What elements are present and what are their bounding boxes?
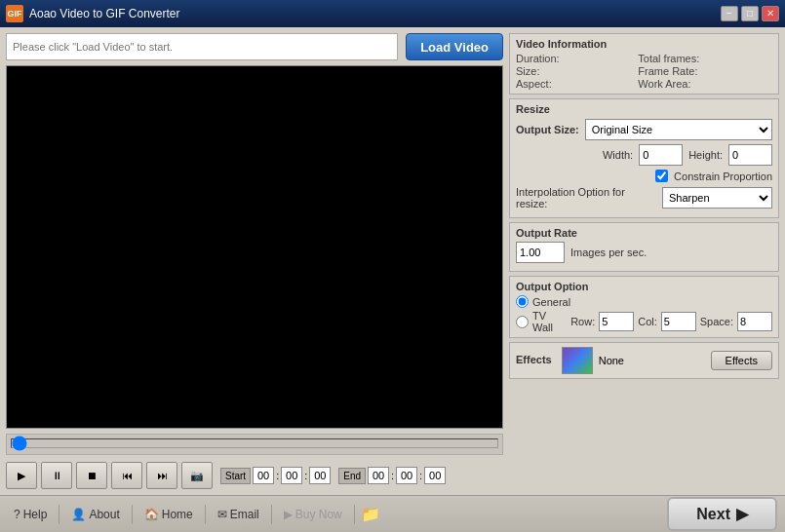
help-icon: ? — [14, 508, 20, 521]
buy-label: Buy Now — [295, 508, 342, 521]
minimize-button[interactable]: − — [721, 6, 738, 21]
start-time-section: Start : : — [220, 467, 331, 484]
tv-wall-radio[interactable] — [516, 316, 529, 328]
resize-title: Resize — [516, 103, 772, 115]
tv-wall-row: TV Wall Row: Col: Space: — [516, 310, 772, 333]
main-container: Load Video ▶ ⏸ ⏹ ⏮ ⏭ 📷 Start : : — [0, 27, 785, 495]
effects-button[interactable]: Effects — [711, 351, 772, 370]
rate-row: Images per sec. — [516, 242, 772, 263]
controls-row: ▶ ⏸ ⏹ ⏮ ⏭ 📷 Start : : End : : — [6, 462, 503, 489]
constrain-row: Constrain Proportion — [516, 170, 772, 182]
total-frames-value — [739, 53, 772, 64]
seek-bar[interactable] — [11, 438, 498, 448]
sep1 — [59, 505, 59, 524]
folder-button[interactable]: 📁 — [361, 505, 380, 523]
col-label: Col: — [638, 316, 657, 327]
output-option-title: Output Option — [516, 281, 772, 292]
app-icon: GIF — [6, 5, 23, 22]
frame-rate-value — [739, 65, 772, 77]
home-item[interactable]: 🏠 Home — [138, 508, 199, 521]
constrain-checkbox[interactable] — [655, 170, 668, 182]
sep3 — [205, 505, 206, 524]
capture-button[interactable]: 📷 — [181, 462, 213, 489]
seek-bar-container — [6, 434, 503, 455]
about-label: About — [89, 508, 119, 521]
home-label: Home — [162, 508, 193, 521]
output-option-group: Output Option General TV Wall Row: Col: … — [509, 276, 779, 338]
start-label: Start — [220, 468, 251, 484]
duration-value — [599, 53, 632, 64]
next-button[interactable]: ⏭ — [146, 462, 177, 489]
video-preview — [6, 65, 503, 429]
general-radio[interactable] — [516, 295, 529, 308]
load-video-button[interactable]: Load Video — [406, 33, 503, 60]
sep2 — [132, 505, 133, 524]
output-size-select[interactable]: Original Size 320x240 640x480 800x600 — [585, 119, 772, 140]
sep5 — [354, 505, 355, 524]
interpolation-select[interactable]: Sharpen Bilinear Bicubic Nearest Neighbo… — [662, 187, 772, 209]
dimensions-row: Width: Height: — [516, 144, 772, 166]
app-title: Aoao Video to GIF Converter — [29, 7, 721, 20]
width-input[interactable] — [639, 144, 683, 166]
end-time-section: End : : — [338, 467, 446, 484]
next-button[interactable]: Next ▶ — [667, 497, 777, 531]
start-ss[interactable] — [309, 467, 331, 484]
about-item[interactable]: 👤 About — [65, 508, 125, 521]
start-hh[interactable] — [253, 467, 274, 484]
rate-label: Images per sec. — [570, 247, 647, 258]
output-size-row: Output Size: Original Size 320x240 640x4… — [516, 119, 772, 140]
email-label: Email — [230, 508, 259, 521]
window-controls: − □ ✕ — [721, 6, 779, 21]
close-button[interactable]: ✕ — [762, 6, 779, 21]
start-mm[interactable] — [281, 467, 302, 484]
next-arrow-icon: ▶ — [736, 505, 748, 523]
play-button[interactable]: ▶ — [6, 462, 37, 489]
email-item[interactable]: ✉ Email — [212, 508, 265, 521]
space-input[interactable] — [737, 312, 772, 331]
duration-label: Duration: — [516, 53, 593, 64]
output-size-label: Output Size: — [516, 124, 579, 135]
maximize-button[interactable]: □ — [741, 6, 759, 21]
buy-item[interactable]: ▶ Buy Now — [278, 508, 348, 521]
help-item[interactable]: ? Help — [8, 508, 53, 521]
pause-button[interactable]: ⏸ — [41, 462, 72, 489]
video-info-title: Video Information — [516, 38, 772, 50]
email-icon: ✉ — [217, 508, 227, 521]
work-area-value — [739, 78, 772, 90]
rate-input[interactable] — [516, 242, 565, 263]
general-label: General — [532, 296, 570, 308]
tv-wall-label: TV Wall — [532, 310, 567, 333]
general-row: General — [516, 295, 772, 308]
frame-rate-label: Frame Rate: — [638, 65, 732, 77]
output-rate-title: Output Rate — [516, 227, 772, 239]
sep4 — [271, 505, 272, 524]
path-input[interactable] — [6, 33, 398, 60]
home-icon: 🏠 — [144, 508, 159, 521]
interpolation-label: Interpolation Option for resize: — [516, 186, 656, 209]
output-rate-group: Output Rate Images per sec. — [509, 222, 779, 272]
resize-group: Resize Output Size: Original Size 320x24… — [509, 98, 779, 218]
col-input[interactable] — [661, 312, 696, 331]
video-info-group: Video Information Duration: Total frames… — [509, 33, 779, 95]
work-area-label: Work Area: — [638, 78, 732, 90]
footer: ? Help 👤 About 🏠 Home ✉ Email ▶ Buy Now … — [0, 495, 785, 532]
end-hh[interactable] — [368, 467, 389, 484]
aspect-value — [599, 78, 632, 90]
space-label: Space: — [700, 316, 733, 327]
size-value — [599, 65, 632, 77]
interpolation-row: Interpolation Option for resize: Sharpen… — [516, 186, 772, 209]
title-bar: GIF Aoao Video to GIF Converter − □ ✕ — [0, 0, 785, 27]
effects-name: None — [599, 355, 705, 366]
help-label: Help — [23, 508, 48, 521]
about-icon: 👤 — [71, 508, 86, 521]
right-panel: Video Information Duration: Total frames… — [509, 33, 779, 489]
prev-button[interactable]: ⏮ — [111, 462, 142, 489]
effects-group: Effects None Effects — [509, 342, 779, 379]
height-input[interactable] — [728, 144, 772, 166]
buy-icon: ▶ — [284, 508, 293, 521]
end-ss[interactable] — [424, 467, 446, 484]
row-input[interactable] — [599, 312, 634, 331]
end-mm[interactable] — [396, 467, 417, 484]
width-label: Width: — [603, 149, 633, 161]
stop-button[interactable]: ⏹ — [76, 462, 107, 489]
